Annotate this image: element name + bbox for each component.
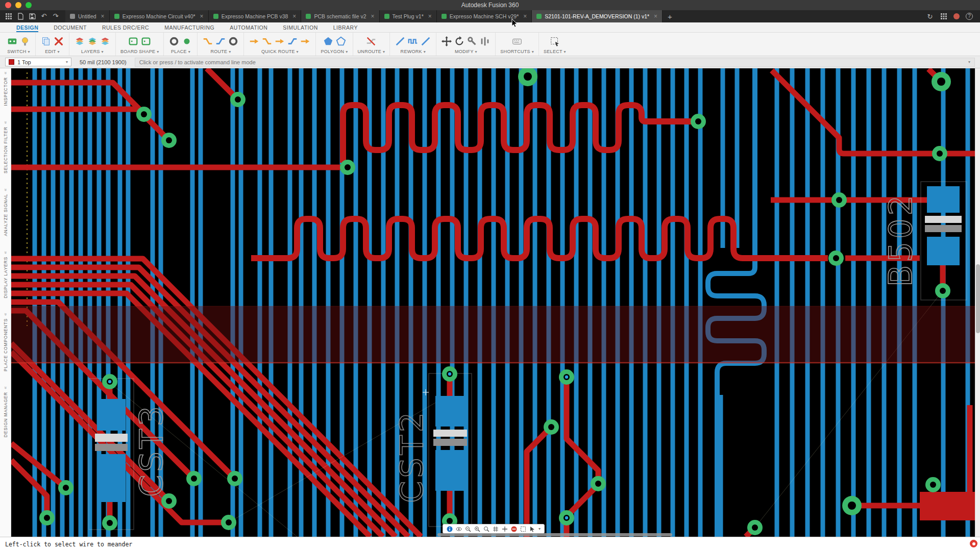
move-tool-icon[interactable]	[441, 36, 452, 47]
place-pad-icon[interactable]	[181, 36, 192, 47]
cursor-mode-icon[interactable]	[529, 526, 535, 532]
vertical-scrollbar-thumb[interactable]	[976, 264, 980, 333]
toolbar-group-modify[interactable]: MODIFY ▾	[436, 33, 495, 56]
document-tab-circuit[interactable]: Expresso Machine Circuit v40* ×	[110, 10, 209, 22]
board-outline-icon[interactable]	[128, 36, 139, 47]
panel-selection-filter[interactable]: » SELECTION FILTER	[3, 120, 8, 173]
panel-place-components[interactable]: » PLACE COMPONENTS	[3, 312, 8, 371]
document-tab-pcb[interactable]: Expresso Machine PCB v38 ×	[209, 10, 302, 22]
close-window-button[interactable]	[5, 2, 11, 8]
layer-color-icon[interactable]	[100, 36, 111, 47]
toolbar-group-edit[interactable]: EDIT ▾	[35, 33, 69, 56]
grid-icon[interactable]	[493, 526, 499, 532]
zoom-window-button[interactable]	[26, 2, 32, 8]
unroute-tool-icon[interactable]	[365, 36, 377, 47]
copy-tool-icon[interactable]	[40, 36, 52, 47]
route-via-icon[interactable]	[228, 36, 239, 47]
chevron-down-icon[interactable]: ▾	[538, 527, 541, 531]
ribbon-tab-document[interactable]: DOCUMENT	[54, 22, 87, 32]
pcb-canvas[interactable]: CST3 CST2 B502	[11, 68, 975, 537]
visibility-icon[interactable]	[456, 526, 462, 532]
panel-analyze-signal[interactable]: » ANALYZE SIGNAL	[3, 187, 8, 236]
zoom-in-icon[interactable]	[474, 526, 480, 532]
horizontal-scrollbar[interactable]	[437, 533, 672, 536]
undo-icon[interactable]: ↶	[40, 13, 47, 20]
zoom-out-icon[interactable]	[465, 526, 471, 532]
window-select-icon[interactable]	[520, 526, 526, 532]
toolbar-group-select[interactable]: SELECT ▾	[538, 33, 571, 56]
delete-tool-icon[interactable]	[53, 36, 64, 47]
redo-icon[interactable]: ↷	[52, 13, 59, 20]
close-tab-icon[interactable]: ×	[428, 13, 432, 20]
place-via-icon[interactable]	[168, 36, 180, 47]
close-tab-icon[interactable]: ×	[654, 13, 657, 20]
apps-grid-icon[interactable]	[5, 13, 12, 20]
pcb-canvas-area[interactable]: CST3 CST2 B502 ▾	[11, 68, 975, 537]
board-resize-icon[interactable]	[140, 36, 152, 47]
route-manual-icon[interactable]	[202, 36, 213, 47]
command-line-input[interactable]	[139, 59, 968, 65]
command-line[interactable]: ▾	[135, 58, 975, 67]
toolbar-group-route[interactable]: ROUTE ▾	[197, 33, 243, 56]
properties-tool-icon[interactable]	[467, 36, 478, 47]
info-icon[interactable]	[447, 526, 453, 532]
vertical-scrollbar[interactable]	[975, 68, 980, 537]
close-tab-icon[interactable]: ×	[101, 13, 105, 20]
zoom-fit-icon[interactable]	[483, 526, 489, 532]
toolbar-group-board-shape[interactable]: BOARD SHAPE ▾	[115, 33, 163, 56]
layer-stack-icon[interactable]	[74, 36, 85, 47]
disable-icon[interactable]	[511, 526, 517, 532]
pan-icon[interactable]	[502, 526, 508, 532]
toolbar-group-polygon[interactable]: POLYGON ▾	[315, 33, 352, 56]
polygon-outline-icon[interactable]	[335, 36, 347, 47]
toolbar-group-quick-route[interactable]: QUICK ROUTE ▾	[243, 33, 315, 56]
highlight-tool-icon[interactable]	[19, 36, 31, 47]
view-navigation-toolbar[interactable]: ▾	[443, 524, 545, 534]
document-tab-schematic-file[interactable]: PCB schematic file v2 ×	[301, 10, 379, 22]
document-tab-test-plug[interactable]: Test Plug v1* ×	[380, 10, 437, 22]
close-tab-icon[interactable]: ×	[371, 13, 375, 20]
ribbon-tab-manufacturing[interactable]: MANUFACTURING	[164, 22, 214, 32]
sync-icon[interactable]: ↻	[926, 13, 934, 20]
ribbon-tab-rules[interactable]: RULES DRC/ERC	[102, 22, 149, 32]
panel-display-layers[interactable]: » DISPLAY LAYERS	[3, 250, 8, 298]
align-tool-icon[interactable]	[479, 36, 491, 47]
save-icon[interactable]	[29, 13, 36, 20]
help-icon[interactable]: ?	[966, 13, 973, 20]
recording-indicator-icon[interactable]	[970, 540, 977, 547]
ribbon-tab-library[interactable]: LIBRARY	[333, 22, 358, 32]
document-tab-demoversion[interactable]: S2101-101-REV-A_DEMOVERSION (1) v1* ×	[532, 10, 663, 22]
layer-setup-icon[interactable]	[87, 36, 98, 47]
new-document-icon[interactable]	[17, 13, 24, 20]
toolbar-group-switch[interactable]: SWITCH ▾	[2, 33, 35, 56]
ribbon-tab-automation[interactable]: AUTOMATION	[230, 22, 267, 32]
notification-icon[interactable]	[953, 13, 960, 19]
toolbar-group-layers[interactable]: LAYERS ▾	[69, 33, 115, 56]
panel-inspector[interactable]: » INSPECTOR	[3, 70, 8, 106]
minimize-window-button[interactable]	[15, 2, 21, 8]
ribbon-tab-design[interactable]: DESIGN	[16, 22, 38, 32]
toolbar-group-shortcuts[interactable]: SHORTCUTS ▾	[495, 33, 538, 56]
new-tab-button[interactable]: +	[663, 10, 677, 22]
job-status-icon[interactable]	[940, 13, 947, 20]
close-tab-icon[interactable]: ×	[292, 13, 296, 20]
toolbar-group-place[interactable]: PLACE ▾	[163, 33, 197, 56]
toolbar-group-rework[interactable]: REWORK ▾	[389, 33, 436, 56]
quick-route-diff-icon[interactable]	[287, 36, 298, 47]
ribbon-tab-simulation[interactable]: SIMULATION	[283, 22, 317, 32]
rework-length-icon[interactable]	[420, 36, 431, 47]
toolbar-group-unroute[interactable]: UNROUTE ▾	[353, 33, 390, 56]
switch-tool-icon[interactable]	[7, 36, 18, 47]
document-tab-untitled[interactable]: Untitled ×	[65, 10, 110, 22]
close-tab-icon[interactable]: ×	[523, 13, 527, 20]
polygon-fill-icon[interactable]	[323, 36, 334, 47]
rework-line-icon[interactable]	[395, 36, 406, 47]
quick-route-single-icon[interactable]	[261, 36, 273, 47]
select-tool-icon[interactable]	[549, 36, 560, 47]
shortcuts-keyboard-icon[interactable]	[511, 36, 523, 47]
close-tab-icon[interactable]: ×	[200, 13, 204, 20]
quick-route-multi-icon[interactable]	[274, 36, 285, 47]
panel-design-manager[interactable]: » DESIGN MANAGER	[3, 385, 8, 437]
rework-meander-icon[interactable]	[407, 36, 419, 47]
quick-route-icon[interactable]	[249, 36, 260, 47]
